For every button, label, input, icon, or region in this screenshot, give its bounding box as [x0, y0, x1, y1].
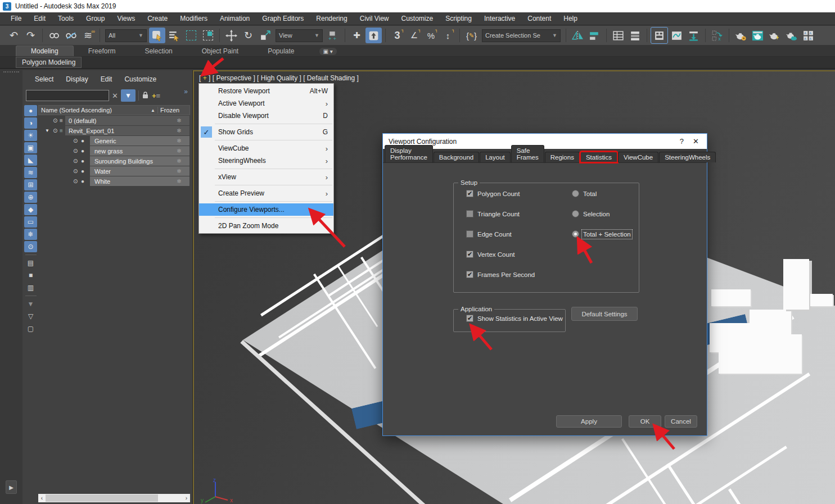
selection-radio[interactable]: Selection [572, 210, 610, 217]
curve-editor-icon[interactable] [669, 28, 685, 43]
filter-groups-icon[interactable]: ⊞ [24, 179, 37, 190]
window-crossing-toggle-icon[interactable] [200, 28, 216, 43]
add-layer-icon[interactable]: +≡ [152, 92, 160, 100]
align-icon[interactable] [586, 28, 603, 43]
filter-hidden-icon[interactable]: ⊙ [24, 241, 37, 252]
ribbon-tab-modeling[interactable]: Modeling [16, 46, 74, 56]
radio-icon[interactable] [572, 210, 579, 217]
column-name[interactable]: Name (Sorted Ascending) [39, 107, 151, 113]
polygon-count-checkbox[interactable]: Polygon Count [466, 190, 520, 197]
filter-icon[interactable]: ▼ [121, 89, 136, 102]
eye-icon[interactable]: ⊙ [73, 136, 78, 146]
lock-icon[interactable] [142, 91, 149, 101]
frozen-toggle-icon[interactable]: ❄ [169, 116, 189, 125]
render-production-icon[interactable] [766, 28, 783, 43]
checkbox-icon[interactable] [466, 210, 473, 217]
se-menu-edit[interactable]: Edit [101, 75, 112, 83]
se-filter-config-icon[interactable]: ▼ [24, 298, 37, 310]
mirror-icon[interactable] [570, 28, 586, 43]
menu-views[interactable]: Views [111, 13, 141, 24]
row-label[interactable]: Water [90, 166, 173, 176]
radio-icon[interactable] [572, 230, 579, 238]
tab-regions[interactable]: Regions [545, 152, 580, 162]
schematic-view-icon[interactable] [685, 28, 702, 43]
percent-snap-icon[interactable]: % [423, 28, 439, 43]
menu-rendering[interactable]: Rendering [310, 13, 353, 24]
total-radio[interactable]: Total [572, 190, 597, 197]
checkbox-icon[interactable] [466, 271, 473, 278]
expand-panel-button[interactable]: ▶ [6, 480, 17, 494]
rectangular-selection-region-icon[interactable] [183, 28, 199, 43]
cancel-button[interactable]: Cancel [665, 415, 697, 428]
menu-scripting[interactable]: Scripting [439, 13, 478, 24]
material-editor-icon[interactable] [733, 28, 749, 43]
help-icon[interactable]: ? [671, 137, 693, 146]
selection-filter-dropdown[interactable]: All▼ [105, 29, 147, 42]
menu-customize[interactable]: Customize [395, 13, 440, 24]
use-pivot-point-center-icon[interactable]: ++ [325, 28, 341, 43]
se-detail-view-icon[interactable]: ▥ [24, 282, 37, 293]
radio-icon[interactable] [572, 190, 579, 197]
filter-frozen-icon[interactable]: ❄ [24, 229, 37, 240]
menu-item-viewcube[interactable]: ViewCube› [199, 142, 333, 155]
viewport-general-menu[interactable]: + [203, 74, 207, 82]
menu-item-xview[interactable]: xView› [199, 171, 333, 183]
row-label[interactable]: new grass [90, 146, 173, 156]
filter-cameras-icon[interactable]: ▣ [24, 142, 37, 153]
menu-edit[interactable]: Edit [28, 13, 52, 24]
frozen-toggle-icon[interactable]: ❄ [169, 156, 189, 166]
row-label[interactable]: 0 (default) [65, 116, 172, 125]
filter-containers-icon[interactable]: ▭ [24, 216, 37, 228]
close-icon[interactable]: ✕ [693, 137, 701, 146]
show-statistics-checkbox[interactable]: Show Statistics in Active View [466, 315, 563, 322]
select-by-name-icon[interactable] [166, 28, 182, 43]
edge-count-checkbox[interactable]: Edge Count [466, 230, 512, 238]
clear-search-icon[interactable]: ✕ [112, 92, 118, 100]
menu-item-disable-viewport[interactable]: Disable ViewportD [199, 110, 333, 122]
named-selection-set-dropdown[interactable]: Create Selection Se▼ [482, 29, 561, 42]
tab-viewcube[interactable]: ViewCube [618, 152, 658, 162]
reference-coordinate-dropdown[interactable]: View▼ [276, 29, 323, 42]
se-list-view-icon[interactable]: ▤ [24, 257, 37, 269]
frozen-toggle-icon[interactable]: ❄ [169, 126, 189, 135]
checkbox-icon[interactable] [466, 251, 473, 258]
menu-help[interactable]: Help [557, 13, 584, 24]
menu-item-active-viewport[interactable]: Active Viewport› [199, 97, 333, 110]
tab-statistics[interactable]: Statistics [580, 152, 617, 162]
dock-grip[interactable] [3, 71, 19, 75]
menu-item-2d-pan-zoom-mode[interactable]: 2D Pan Zoom Mode [199, 220, 333, 232]
eye-icon[interactable]: ⊙ [53, 126, 57, 135]
tab-steeringwheels[interactable]: SteeringWheels [659, 152, 716, 162]
checkbox-icon[interactable] [466, 315, 473, 322]
filter-xrefs-icon[interactable]: ⊕ [24, 192, 37, 203]
render-in-cloud-icon[interactable] [783, 28, 800, 43]
menu-item-show-grids[interactable]: ✓ Show GridsG [199, 126, 333, 138]
redo-icon[interactable]: ↷ [22, 28, 39, 43]
filter-lights-icon[interactable]: ☀ [24, 130, 37, 141]
bind-to-space-warp-icon[interactable]: ≋∞ [80, 28, 96, 43]
se-menu-customize[interactable]: Customize [124, 75, 156, 83]
edit-named-selection-sets-icon[interactable]: {✎} [463, 28, 480, 43]
row-label[interactable]: Generic [90, 136, 173, 146]
row-label[interactable]: White [90, 176, 173, 186]
se-collection-icon[interactable]: ▢ [24, 323, 37, 334]
select-object-icon[interactable] [149, 28, 165, 43]
undo-icon[interactable]: ↶ [6, 28, 22, 43]
menu-item-create-preview[interactable]: Create Preview› [199, 187, 333, 199]
filter-spacewarps-icon[interactable]: ≋ [24, 167, 37, 178]
column-frozen[interactable]: Frozen [157, 107, 189, 113]
expand-arrow-icon[interactable]: ▼ [45, 126, 49, 135]
filter-shapes-icon[interactable]: ◑ [24, 117, 37, 129]
frames-per-second-checkbox[interactable]: Frames Per Second [466, 271, 535, 278]
tab-safe-frames[interactable]: Safe Frames [511, 145, 544, 162]
ribbon-tab-populate[interactable]: Populate [253, 46, 309, 56]
menu-modifiers[interactable]: Modifiers [174, 13, 214, 24]
eye-icon[interactable]: ⊙ [53, 116, 57, 125]
table-row[interactable]: ⊙ ● Surounding Buildings ❄ [38, 156, 190, 166]
placement-arrows-icon[interactable]: x [709, 28, 725, 43]
menu-create[interactable]: Create [141, 13, 174, 24]
ribbon-overflow-dropdown[interactable]: ▣ ▾ [319, 48, 337, 55]
render-setup-icon[interactable] [750, 28, 766, 43]
toggle-ribbon-icon[interactable] [651, 27, 668, 44]
eye-icon[interactable]: ⊙ [73, 176, 78, 186]
